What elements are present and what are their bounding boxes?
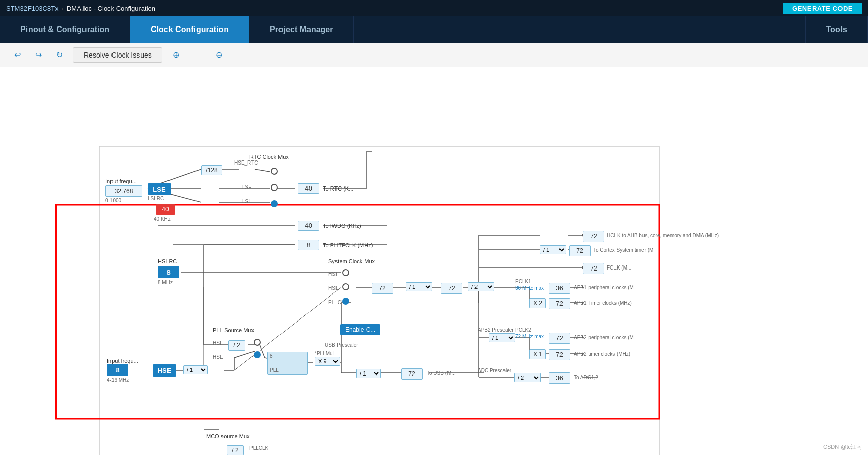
tab-clock[interactable]: Clock Configuration xyxy=(130,16,249,43)
pll-box: 8 PLL xyxy=(267,352,308,375)
lse-block[interactable]: LSE xyxy=(148,183,171,195)
pll-mux-hse[interactable] xyxy=(254,351,261,358)
sysclk-mux-hse[interactable] xyxy=(342,283,349,290)
content-area: Input frequ... 32.768 0-1000 LSE LSI RC … xyxy=(0,67,868,455)
pll-source-mux-label: PLL Source Mux xyxy=(213,327,254,333)
usb-prescaler-label: USB Prescaler xyxy=(325,342,358,348)
hclk-box[interactable]: 72 xyxy=(441,283,462,294)
lse-input-label: Input frequ... xyxy=(105,178,137,184)
fit-button[interactable]: ⛶ xyxy=(189,47,206,63)
lsi-value-box[interactable]: 40 xyxy=(156,204,175,215)
to-iwdg-box[interactable]: 40 xyxy=(298,221,319,231)
apb2-x1-box[interactable]: X 1 xyxy=(529,349,546,359)
apb1-timer-x2-box[interactable]: X 2 xyxy=(529,298,546,308)
sysclk-mux-hsi[interactable] xyxy=(342,269,349,276)
usb-label: To USB (M... xyxy=(427,370,456,376)
cortex-box[interactable]: 72 xyxy=(569,245,591,256)
chip-label: STM32F103C8Tx xyxy=(6,5,59,12)
adc-prescaler-label: ADC Prescaler xyxy=(478,368,511,373)
apb2-out-box[interactable]: 72 xyxy=(549,333,570,344)
cortex-div-select[interactable]: / 1 xyxy=(540,245,566,254)
generate-code-button[interactable]: GENERATE CODE xyxy=(783,3,862,14)
hse-input-box[interactable]: 8 xyxy=(107,364,128,376)
zoom-out-button[interactable]: ⊖ xyxy=(212,47,227,63)
cortex-label: To Cortex System timer (M xyxy=(593,247,653,253)
svg-rect-1 xyxy=(56,205,659,419)
refresh-button[interactable]: ↻ xyxy=(52,47,67,63)
apb1-out-box[interactable]: 36 xyxy=(549,283,570,294)
top-bar: STM32F103C8Tx › DMA.ioc - Clock Configur… xyxy=(0,0,868,16)
apb1-periph-label: APB1 peripheral clocks (M xyxy=(574,285,634,290)
diagram-lines xyxy=(0,67,868,455)
pll-mux-hsi[interactable] xyxy=(254,339,261,346)
hsi-mhz-label: 8 MHz xyxy=(158,280,173,285)
div128-box[interactable]: /128 xyxy=(201,165,222,175)
redo-icon: ↪ xyxy=(35,50,42,59)
lsi-rc-label: LSI RC xyxy=(148,196,164,201)
hse-rtc-label: HSE_RTC xyxy=(234,160,258,166)
pllmul-label: *PLLMul xyxy=(315,351,334,356)
pclk2-label: PCLK2 xyxy=(515,327,531,333)
fclk-label: FCLK (M... xyxy=(607,265,631,271)
sysclk-box[interactable]: 72 xyxy=(372,283,393,294)
pll-div2-box[interactable]: / 2 xyxy=(228,340,245,351)
watermark: CSDN @tc江南 xyxy=(823,443,862,451)
usb-out-box[interactable]: 72 xyxy=(401,368,423,380)
ahb-prescaler-select[interactable]: / 1 xyxy=(406,282,432,291)
apb2-prescaler-label: APB2 Prescaler xyxy=(478,327,514,333)
hse-mux-label: HSE xyxy=(328,285,339,291)
pll-mul-select[interactable]: X 9 xyxy=(315,357,340,366)
undo-button[interactable]: ↩ xyxy=(10,47,25,63)
rtc-mux-hse[interactable] xyxy=(271,168,278,175)
rtc-mux-lse[interactable] xyxy=(271,184,278,191)
apb1-timer-box[interactable]: 72 xyxy=(549,298,570,309)
fclk-box[interactable]: 72 xyxy=(583,263,604,274)
tab-pinout[interactable]: Pinout & Configuration xyxy=(0,16,130,43)
svg-line-6 xyxy=(255,169,270,172)
enable-c-button[interactable]: Enable C... xyxy=(340,324,380,335)
refresh-icon: ↻ xyxy=(56,50,63,59)
tab-project[interactable]: Project Manager xyxy=(249,16,354,43)
to-rtc-label: To RTC (K... xyxy=(323,185,353,192)
lsi-mux-label: LSI xyxy=(242,199,250,204)
rtc-mux-lsi[interactable] xyxy=(271,200,278,207)
mco-div2-box[interactable]: / 2 xyxy=(227,445,244,455)
lse-value-box[interactable]: 32.768 xyxy=(105,185,142,197)
hse-block[interactable]: HSE xyxy=(153,364,176,377)
adc-out-box[interactable]: 36 xyxy=(549,372,570,384)
lse-range-label: 0-1000 xyxy=(105,198,121,203)
apb2-prescaler-select[interactable]: / 1 xyxy=(489,333,515,342)
toolbar: ↩ ↪ ↻ Resolve Clock Issues ⊕ ⛶ ⊖ xyxy=(0,43,868,67)
hsi-rc-label: HSI RC xyxy=(158,258,177,264)
hclk-ahb-box[interactable]: 72 xyxy=(583,231,604,242)
pll-hsi-label: HSI xyxy=(213,340,221,346)
svg-line-28 xyxy=(234,351,255,358)
resolve-clock-button[interactable]: Resolve Clock Issues xyxy=(73,47,162,63)
hse-range-label: 4-16 MHz xyxy=(107,377,129,383)
zoom-in-button[interactable]: ⊕ xyxy=(169,47,183,63)
redo-button[interactable]: ↪ xyxy=(31,47,46,63)
pll-value-label: 8 xyxy=(270,353,273,359)
sysclk-mux-pll[interactable] xyxy=(342,298,349,305)
apb1-prescaler-select[interactable]: / 2 xyxy=(468,282,494,291)
to-rtc-box[interactable]: 40 xyxy=(298,183,319,194)
undo-icon: ↩ xyxy=(14,50,21,59)
hsi-value-box[interactable]: 8 xyxy=(158,266,179,278)
file-title: DMA.ioc - Clock Configuration xyxy=(67,5,155,12)
tab-tools[interactable]: Tools xyxy=(805,16,868,43)
adc-div-select[interactable]: / 2 xyxy=(514,373,541,382)
to-iwdg-label: To IWDG (KHz) xyxy=(323,223,361,229)
to-flit-box[interactable]: 8 xyxy=(298,240,319,250)
usb-div-select[interactable]: / 1 xyxy=(356,369,381,378)
apb2-timer-box[interactable]: 72 xyxy=(549,349,570,360)
pclk1-max-label: 36 MHz max xyxy=(515,285,544,291)
adc-label: To ADC1,2 xyxy=(574,374,598,380)
pclk2-max-label: 72 MHz max xyxy=(515,334,544,339)
pll-label: PLL xyxy=(270,367,279,373)
main-nav: Pinout & Configuration Clock Configurati… xyxy=(0,16,868,43)
to-flit-label: To FLITFCLK (MHz) xyxy=(323,242,373,248)
hse-div-select[interactable]: / 1 xyxy=(183,365,208,374)
zoom-out-icon: ⊖ xyxy=(216,50,222,59)
zoom-in-icon: ⊕ xyxy=(173,50,179,59)
pll-hse-label: HSE xyxy=(213,354,223,360)
